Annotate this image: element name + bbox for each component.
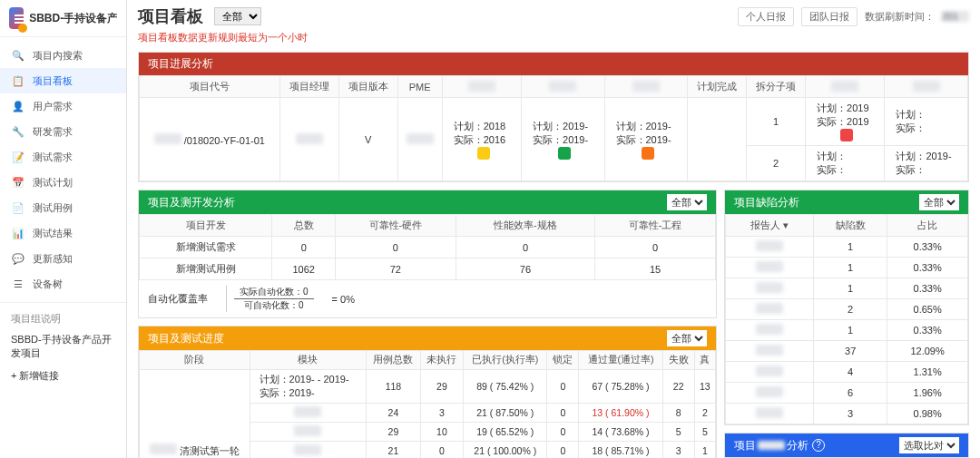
filter-select[interactable]: 全部 [214, 7, 261, 25]
refresh-notice: 项目看板数据更新规则最短为一个小时 [138, 31, 969, 44]
dev-header: 项目及测开发分析 全部 [139, 190, 716, 214]
nav-test-result[interactable]: 📊测试结果 [0, 220, 126, 246]
dev-panel: 项目及测开发分析 全部 项目开发总数可靠性-硬件性能效率-规格可靠性-工程 新增… [138, 190, 717, 318]
project-info-name: SBBD-手持设备产品开发项目 [0, 329, 126, 364]
main-content: 项目看板 全部 个人日报 团队日报 数据刷新时间： 201 项目看板数据更新规则… [127, 0, 980, 458]
nav-board[interactable]: 📋项目看板 [0, 68, 126, 93]
search-icon: 🔍 [11, 48, 25, 63]
add-link[interactable]: + 新增链接 [0, 364, 126, 388]
nav-test-plan[interactable]: 📅测试计划 [0, 170, 126, 195]
topbar: 项目看板 全部 个人日报 团队日报 数据刷新时间： 201 [138, 5, 969, 27]
nav-dev-req[interactable]: 🔧研发需求 [0, 119, 126, 144]
help-icon[interactable]: ? [812, 439, 825, 452]
progress-panel: 项目进展分析 项目代号 项目经理 项目版本 PME 计划完成 拆分子项 /018 [138, 52, 969, 182]
dev-table: 项目开发总数可靠性-硬件性能效率-规格可靠性-工程 新增测试需求0000 新增测… [139, 214, 716, 280]
nav: 🔍项目内搜索 📋项目看板 👤用户需求 🔧研发需求 📝测试需求 📅测试计划 📄测试… [0, 37, 126, 394]
status-dot-red [840, 129, 853, 141]
status-dot-orange [642, 147, 654, 160]
exec-table: 阶段模块用例总数未执行已执行(执行率)锁定通过量(通过率)失败真 清测试第一轮 … [139, 350, 716, 458]
dev-filter[interactable]: 全部 [667, 194, 707, 210]
status-dot-green [558, 147, 571, 160]
exec-panel: 项目及测试进度 全部 阶段模块用例总数未执行已执行(执行率)锁定通过量(通过率)… [138, 326, 717, 458]
team-daily-btn[interactable]: 团队日报 [801, 7, 858, 26]
severity-panel: 项目分析 ? 选取比对 严重性总数占比 致命问题1719.54% 严重问题404… [724, 433, 969, 458]
dev-icon: 🔧 [11, 124, 25, 139]
nav-search[interactable]: 🔍项目内搜索 [0, 43, 126, 68]
exec-filter[interactable]: 全部 [667, 330, 707, 346]
personal-daily-btn[interactable]: 个人日报 [738, 7, 794, 26]
nav-test-case[interactable]: 📄测试用例 [0, 195, 126, 220]
progress-table: 项目代号 项目经理 项目版本 PME 计划完成 拆分子项 /018020-YF-… [139, 75, 968, 181]
defect-filter[interactable]: 全部 [919, 194, 959, 210]
page-title: 项目看板 [138, 5, 203, 27]
progress-header: 项目进展分析 [139, 53, 968, 75]
severity-header: 项目分析 ? 选取比对 [725, 434, 968, 457]
case-icon: 📄 [11, 200, 25, 215]
user-icon: 👤 [11, 99, 25, 113]
refresh-label: 数据刷新时间： [865, 10, 935, 24]
bell-icon: 💬 [11, 251, 25, 266]
nav-user-req[interactable]: 👤用户需求 [0, 93, 126, 119]
progress-row: /018020-YF-01-01 V 计划：2018实际：2016 计划：201… [140, 98, 968, 146]
plan-icon: 📅 [11, 175, 25, 190]
result-icon: 📊 [11, 226, 25, 240]
status-dot-yellow [477, 147, 490, 160]
exec-header: 项目及测试进度 全部 [139, 326, 716, 350]
test-icon: 📝 [11, 150, 25, 164]
app-title: SBBD-手持设备产品开发... [29, 11, 117, 26]
defect-panel: 项目缺陷分析 全部 报告人 ▾缺陷数占比 10.33% 10.33% 10.33… [724, 190, 969, 425]
logo-row: SBBD-手持设备产品开发... [0, 0, 126, 37]
project-info-title: 项目组说明 [0, 308, 126, 329]
nav-device-tree[interactable]: ☰设备树 [0, 271, 126, 297]
automation-rate: 自动化覆盖率 实际自动化数：0可自动化数：0 = 0% [139, 280, 716, 317]
sidebar: SBBD-手持设备产品开发... 🔍项目内搜索 📋项目看板 👤用户需求 🔧研发需… [0, 0, 127, 458]
logo-icon [9, 7, 24, 29]
nav-update[interactable]: 💬更新感知 [0, 246, 126, 271]
defect-header: 项目缺陷分析 全部 [725, 190, 968, 214]
nav-test-req[interactable]: 📝测试需求 [0, 144, 126, 170]
board-icon: 📋 [11, 73, 25, 88]
defect-table: 报告人 ▾缺陷数占比 10.33% 10.33% 10.33% 20.65% 1… [725, 214, 968, 424]
tree-icon: ☰ [11, 277, 25, 291]
severity-filter[interactable]: 选取比对 [899, 437, 959, 453]
refresh-time: 201 [942, 11, 969, 22]
